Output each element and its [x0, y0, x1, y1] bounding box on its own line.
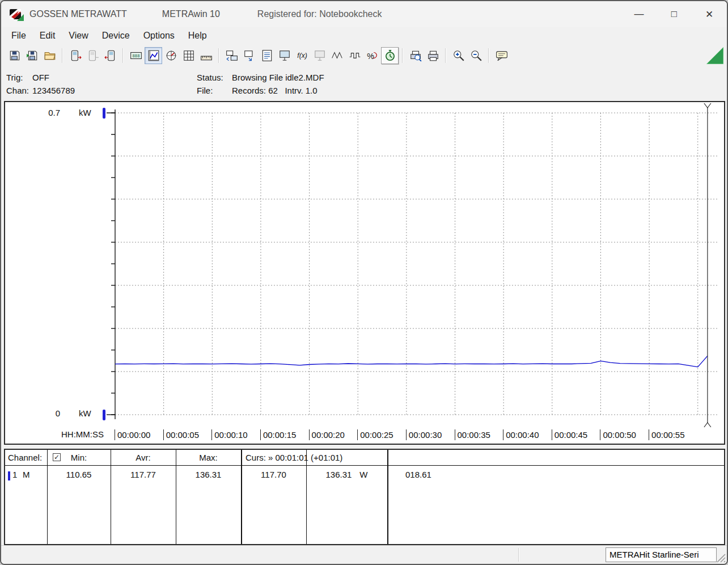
display-setup-button[interactable] [240, 47, 258, 64]
row-max-value: 136.31 [176, 470, 241, 479]
folder-icon [44, 49, 56, 62]
connection-indicator-triangle-icon [706, 47, 723, 64]
header-min: Min: [47, 453, 111, 462]
status-bar: METRAHit Starline-Seri [1, 545, 727, 564]
metrawin-window: GOSSEN METRAWATT METRAwin 10 Registered … [0, 0, 728, 565]
scale-view-button[interactable] [197, 47, 215, 64]
save-data-button[interactable] [23, 47, 41, 64]
floppy2-icon [26, 49, 39, 62]
titlebar: GOSSEN METRAWATT METRAwin 10 Registered … [1, 1, 727, 27]
titlebar-registered: Registered for: Notebookcheck [257, 9, 382, 19]
x-tick-label: 00:00:15 [260, 429, 296, 440]
menu-edit[interactable]: Edit [33, 29, 62, 43]
fx-icon: f(x) [296, 49, 308, 62]
screen-button[interactable] [311, 47, 328, 64]
channel-setup-button[interactable] [223, 47, 240, 64]
save-setup-button[interactable] [6, 47, 23, 64]
monitor-button[interactable] [276, 47, 293, 64]
list-setup-button[interactable] [258, 47, 276, 64]
device-off-icon [87, 49, 99, 62]
chart-icon [147, 49, 160, 62]
floppy-icon [9, 49, 21, 62]
signal-a-button[interactable] [328, 47, 346, 64]
menu-help[interactable]: Help [181, 29, 214, 43]
toolbar: 888f(x)% [1, 44, 727, 67]
gauge-icon [165, 49, 177, 62]
row-cursor-value: 117.70 [241, 470, 306, 479]
range-marker-top [103, 108, 105, 119]
signal-b-button[interactable] [346, 47, 363, 64]
formula-button[interactable]: f(x) [293, 47, 311, 64]
wave-icon [331, 49, 344, 62]
y-unit-top-label: kW [79, 108, 91, 117]
timer-button[interactable] [381, 47, 399, 64]
channel-color-marker [8, 471, 10, 480]
menu-file[interactable]: File [5, 29, 33, 43]
status-label: Status: [197, 71, 232, 84]
row-channel-number: 1 [12, 470, 17, 479]
cursor-line[interactable] [704, 103, 711, 427]
x-tick-label: 00:00:35 [455, 429, 490, 440]
file-value: Records: 62 Intrv. 1.0 [232, 84, 318, 97]
list-icon [261, 49, 273, 62]
x-tick-label: 00:00:25 [357, 429, 393, 440]
scope-view-button[interactable] [162, 47, 180, 64]
x-tick-label: 00:00:45 [552, 429, 587, 440]
header-avr: Avr: [111, 453, 176, 462]
status-value: Browsing File idle2.MDF [232, 71, 324, 84]
zoom-in-button[interactable] [450, 47, 467, 64]
minimize-button[interactable]: — [621, 1, 657, 27]
print-preview-button[interactable] [407, 47, 424, 64]
printer-preview-icon [409, 49, 422, 62]
numeric-view-button[interactable]: 888 [127, 47, 145, 64]
close-button[interactable]: ✕ [692, 1, 727, 27]
row-avr-value: 117.77 [111, 470, 176, 479]
green-clock-icon [384, 49, 396, 62]
maximize-button[interactable]: □ [657, 1, 692, 27]
menu-view[interactable]: View [62, 29, 95, 43]
y-max-label: 0.7 [36, 108, 60, 117]
row-cursor-max: 136.31 W [306, 470, 387, 479]
titlebar-brand: GOSSEN METRAWATT [29, 9, 127, 19]
wave2-icon [349, 49, 361, 62]
header-cursor: Curs: » 00:01:01 (+01:01) [246, 453, 342, 462]
y-unit-bottom-label: kW [79, 408, 91, 418]
toolbar-separator [488, 48, 489, 63]
energy-button[interactable]: % [363, 47, 381, 64]
print-button[interactable] [424, 47, 442, 64]
x-tick-label: 00:00:40 [503, 429, 539, 440]
device-send-button[interactable] [101, 47, 119, 64]
open-file-button[interactable] [41, 47, 58, 64]
column-divider [387, 450, 388, 544]
x-tick-label: 00:00:05 [163, 429, 199, 440]
toolbar-separator [218, 48, 219, 63]
table-view-button[interactable] [180, 47, 197, 64]
header-channel: Channel: [8, 453, 42, 462]
note-icon [496, 49, 508, 62]
menu-device[interactable]: Device [95, 29, 137, 43]
app-logo-icon [9, 7, 24, 21]
x-tick-label: 00:00:55 [649, 429, 684, 440]
menu-options[interactable]: Options [137, 29, 181, 43]
chart-view-button[interactable] [145, 47, 162, 64]
row-cursor-max-value: 136.31 [325, 470, 352, 479]
x-tick-label: 00:00:10 [211, 429, 247, 440]
comment-button[interactable] [493, 47, 510, 64]
device-read-button[interactable] [66, 47, 84, 64]
row-cursor-max-unit: W [359, 470, 367, 479]
column-divider [47, 450, 48, 544]
device-out-icon [104, 49, 117, 62]
power-chart[interactable] [5, 102, 724, 444]
svg-text:888: 888 [132, 53, 139, 58]
lcd-icon: 888 [130, 49, 142, 62]
minimize-icon: — [634, 9, 644, 20]
range-marker-bottom [103, 410, 105, 420]
resize-grip-icon[interactable] [716, 553, 726, 563]
chart-panel[interactable]: 0.7 kW 0 kW HH:MM:SS 00:00:0000:00:0500:… [4, 101, 725, 445]
zoom-out-button[interactable] [467, 47, 485, 64]
device-pause-button[interactable] [84, 47, 101, 64]
y-min-label: 0 [36, 408, 60, 418]
svg-text:f(x): f(x) [297, 52, 307, 60]
row-min-value: 110.65 [47, 470, 111, 479]
chan-value: 123456789 [32, 84, 75, 97]
